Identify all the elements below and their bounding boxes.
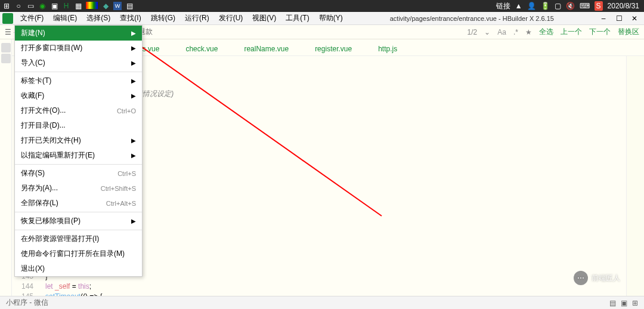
menu-item-0[interactable]: 新建(N)▶ [15, 26, 142, 41]
nav-down-icon[interactable]: ⌄ [484, 28, 490, 36]
menu-item-7[interactable]: 打开目录(D)... [15, 118, 142, 133]
status-icon-2[interactable]: ▣ [621, 299, 627, 307]
tray-wifi-icon[interactable]: ▢ [555, 2, 561, 10]
menu-item-19[interactable]: 退出(X) [15, 261, 142, 276]
status-bar: 小程序 - 微信 ▤ ▣ ⊞ [0, 296, 644, 309]
menu-item-17[interactable]: 在外部资源管理器打开(I) [15, 231, 142, 246]
menu-item-9[interactable]: 以指定编码重新打开(E)▶ [15, 148, 142, 163]
minimap[interactable] [626, 56, 644, 296]
menu-4[interactable]: 跳转(G) [146, 12, 180, 24]
menu-item-15[interactable]: 恢复已移除项目(P)▶ [15, 214, 142, 228]
tray-user-icon[interactable]: 👤 [527, 2, 536, 10]
sidebar-item-1[interactable] [1, 43, 11, 52]
status-icon-1[interactable]: ▤ [609, 299, 616, 307]
tray-lang-icon[interactable]: ⌨ [580, 2, 590, 10]
menu-item-12[interactable]: 另存为(A)...Ctrl+Shift+S [15, 181, 142, 196]
star-icon[interactable]: ★ [525, 28, 532, 36]
menu-7[interactable]: 视图(V) [247, 12, 281, 24]
sidebar-item-2[interactable] [1, 54, 11, 63]
file-tab-2[interactable]: check.vue [184, 42, 219, 55]
maximize-button[interactable]: ☐ [612, 14, 626, 23]
menu-2[interactable]: 选择(S) [82, 12, 115, 24]
watermark: ⋯ 前端匠人 [574, 271, 620, 285]
wps-icon[interactable]: W [113, 2, 122, 10]
window-title: activity/pages/entrance/entrance.vue - H… [348, 15, 596, 22]
close-button[interactable]: ✕ [627, 14, 642, 23]
next-link[interactable]: 下一个 [589, 27, 611, 37]
file-menu-dropdown: 新建(N)▶打开多窗口项目(W)▶导入(C)▶标签卡(T)▶收藏(F)▶打开文件… [14, 25, 143, 277]
tray-icon-1[interactable]: ▲ [515, 2, 522, 10]
aa-icon[interactable]: Aa [497, 28, 506, 36]
menu-0[interactable]: 文件(F) [16, 12, 48, 24]
menu-item-2[interactable]: 导入(C)▶ [15, 55, 142, 70]
app-logo-icon [2, 13, 13, 24]
menu-item-11[interactable]: 保存(S)Ctrl+S [15, 166, 142, 181]
menu-6[interactable]: 发行(U) [214, 12, 248, 24]
select-all-link[interactable]: 全选 [539, 27, 553, 37]
menu-1[interactable]: 编辑(E) [48, 12, 82, 24]
menu-item-1[interactable]: 打开多窗口项目(W)▶ [15, 41, 142, 55]
tray-volume-icon[interactable]: 🔇 [566, 2, 575, 10]
tray-text: 链接 [496, 1, 510, 11]
replace-link[interactable]: 替换区 [618, 27, 639, 37]
menu-8[interactable]: 工具(T) [281, 12, 314, 24]
windows-icon[interactable]: ⊞ [2, 2, 11, 10]
menu-5[interactable]: 运行(R) [180, 12, 214, 24]
app-icon-4[interactable]: ◆ [101, 2, 110, 10]
tray-battery-icon[interactable]: 🔋 [541, 2, 550, 10]
status-icon-3[interactable]: ⊞ [632, 299, 638, 307]
tray-sogou-icon[interactable]: S [595, 1, 603, 11]
page-indicator: 1/2 [467, 28, 478, 36]
menu-item-18[interactable]: 使用命令行窗口打开所在目录(M) [15, 246, 142, 261]
menu-9[interactable]: 帮助(Y) [314, 12, 348, 24]
watermark-text: 前端匠人 [592, 273, 620, 283]
menu-3[interactable]: 查找(I) [115, 12, 145, 24]
wechat-watermark-icon: ⋯ [574, 271, 588, 285]
menu-item-8[interactable]: 打开已关闭文件(H)▶ [15, 133, 142, 148]
regex-icon[interactable]: .* [513, 28, 518, 36]
minimize-button[interactable]: – [596, 14, 611, 23]
cortana-icon[interactable]: ○ [14, 2, 23, 10]
activity-bar [0, 39, 12, 296]
file-tab-4[interactable]: register.vue [314, 42, 353, 55]
app-icon-1[interactable]: ▣ [50, 2, 58, 10]
file-tab-3[interactable]: realName.vue [243, 42, 290, 55]
tray-date: 2020/8/31 [608, 2, 639, 10]
menubar: 文件(F)编辑(E)选择(S)查找(I)跳转(G)运行(R)发行(U)视图(V)… [0, 12, 644, 25]
app-icon-2[interactable]: ▦ [74, 2, 82, 10]
menu-item-13[interactable]: 全部保存(L)Ctrl+Alt+S [15, 196, 142, 211]
wechat-icon[interactable]: ◉ [38, 2, 47, 10]
menu-item-4[interactable]: 标签卡(T)▶ [15, 73, 142, 88]
taskview-icon[interactable]: ▭ [26, 2, 35, 10]
status-left: 小程序 - 微信 [6, 298, 48, 308]
prev-link[interactable]: 上一个 [561, 27, 582, 37]
menu-item-5[interactable]: 收藏(F)▶ [15, 88, 142, 103]
app-icon-3[interactable] [86, 2, 98, 9]
os-taskbar: ⊞ ○ ▭ ◉ ▣ H ▦ ◆ W ▤ 链接 ▲ 👤 🔋 ▢ 🔇 ⌨ S 202… [0, 0, 644, 12]
file-tab-5[interactable]: http.js [377, 42, 398, 55]
menu-item-6[interactable]: 打开文件(O)...Ctrl+O [15, 103, 142, 118]
app-icon-5[interactable]: ▤ [125, 2, 134, 10]
hbuilder-icon[interactable]: H [62, 2, 70, 10]
toolbar-icon-1[interactable]: ☰ [5, 28, 11, 36]
